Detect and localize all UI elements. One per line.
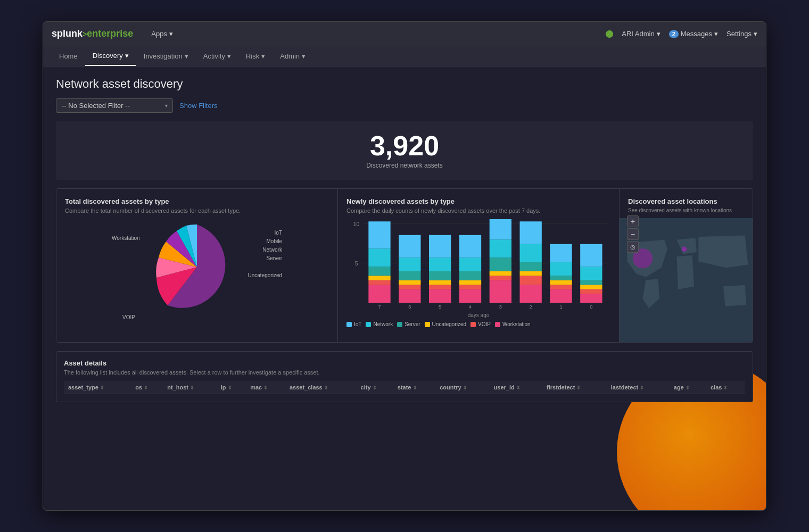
nav-risk[interactable]: Risk ▾ [238,46,273,66]
svg-rect-36 [490,257,511,271]
topbar-right: ARI Admin ▾ 2 Messages ▾ Settings ▾ [606,30,757,38]
filter-select[interactable]: -- No Selected Filter -- [56,98,173,113]
asset-details: Asset details The following list include… [56,351,753,402]
activity-chevron-icon: ▾ [227,52,231,60]
nav-admin[interactable]: Admin ▾ [273,46,313,66]
enterprise-text: enterprise [87,28,133,39]
bar-day2: 2 [520,221,542,310]
col-firstdetect[interactable]: firstdetect ⇕ [542,381,607,394]
nav-home[interactable]: Home [52,46,85,66]
asset-table: asset_type ⇕ os ⇕ nt_host ⇕ ip ⇕ mac ⇕ a… [64,381,745,394]
legend-dot-workstation [495,322,500,327]
svg-text:7: 7 [378,304,381,310]
map-panel: Discovered asset locations See discovere… [620,189,753,342]
pie-chart-wrap: Workstation IoT Mobile Network Server Un… [65,219,329,326]
show-filters-link[interactable]: Show Filters [179,102,218,110]
filter-select-wrap: -- No Selected Filter -- [56,98,173,113]
topbar: splunk>enterprise Apps ▾ ARI Admin ▾ 2 M… [43,22,766,46]
legend-dot-server [397,322,402,327]
legend-workstation: Workstation [495,321,531,327]
svg-rect-23 [429,257,451,271]
svg-rect-30 [459,257,481,271]
nav-investigation[interactable]: Investigation ▾ [136,46,196,66]
svg-text:4: 4 [469,304,472,310]
nav-activity[interactable]: Activity ▾ [196,46,238,66]
legend-server: Server [397,321,420,327]
map-dot-small [682,247,687,252]
svg-rect-55 [580,289,602,294]
bar-chart-svg: 10 5 [346,219,610,310]
svg-rect-22 [429,271,451,280]
svg-rect-28 [459,280,481,285]
pie-chart-panel: Total discovered assets by type Compare … [56,189,338,342]
col-clas[interactable]: clas ⇕ [706,381,745,394]
svg-rect-26 [459,289,481,303]
asset-details-subtitle: The following list includes all discover… [64,369,745,376]
apps-menu[interactable]: Apps ▾ [146,22,178,46]
col-asset-class[interactable]: asset_class ⇕ [285,381,357,394]
svg-rect-37 [490,239,511,257]
apps-chevron-icon: ▾ [169,30,173,38]
svg-rect-6 [368,280,390,285]
svg-rect-8 [368,267,390,276]
splunk-logo[interactable]: splunk>enterprise [52,28,133,39]
bar-chart-wrap: 10 5 [346,219,610,326]
nav-discovery[interactable]: Discovery ▾ [85,46,136,66]
col-ip[interactable]: ip ⇕ [217,381,246,394]
pie-label-iot: IoT [275,230,282,236]
svg-text:1: 1 [559,304,562,310]
svg-rect-40 [520,285,542,303]
map-title: Discovered asset locations [628,197,744,205]
col-user-id[interactable]: user_id ⇕ [490,381,543,394]
svg-rect-9 [368,248,390,267]
status-indicator [606,30,613,38]
col-city[interactable]: city ⇕ [357,381,393,394]
map-locate-button[interactable]: ◎ [627,241,639,253]
pie-label-workstation: Workstation [112,235,140,241]
svg-rect-48 [550,285,572,289]
col-nt-host[interactable]: nt_host ⇕ [163,381,216,394]
map-zoom-out-button[interactable]: − [627,228,639,240]
svg-rect-34 [490,276,511,280]
svg-text:5: 5 [439,304,441,310]
pie-label-network: Network [262,247,282,253]
svg-rect-42 [520,271,542,276]
legend-uncategorized: Uncategorized [425,321,466,327]
svg-rect-51 [550,262,572,276]
messages-menu[interactable]: 2 Messages ▾ [669,30,718,38]
legend-dot-voip [470,322,476,327]
col-age[interactable]: age ⇕ [670,381,706,394]
svg-rect-54 [580,294,602,303]
svg-rect-12 [399,289,420,303]
user-menu[interactable]: ARI Admin ▾ [622,30,660,38]
page-title: Network asset discovery [56,77,753,91]
svg-rect-41 [520,276,542,285]
window-frame: splunk>enterprise Apps ▾ ARI Admin ▾ 2 M… [43,21,766,511]
pie-chart-subtitle: Compare the total number of discovered a… [65,207,329,214]
bar-chart-subtitle: Compare the daily counts of newly discov… [346,207,610,214]
col-state[interactable]: state ⇕ [393,381,435,394]
svg-rect-44 [520,244,542,262]
bar-x-label: days ago [346,312,610,318]
pie-label-mobile: Mobile [267,238,282,244]
table-header-row: asset_type ⇕ os ⇕ nt_host ⇕ ip ⇕ mac ⇕ a… [64,381,745,394]
col-lastdetect[interactable]: lastdetect ⇕ [607,381,670,394]
settings-menu[interactable]: Settings ▾ [727,30,757,38]
col-country[interactable]: country ⇕ [435,381,489,394]
col-asset-type[interactable]: asset_type ⇕ [64,381,131,394]
bar-day3: 3 [490,219,511,310]
pie-label-voip: VOIP [122,314,135,320]
map-zoom-in-button[interactable]: + [627,215,639,227]
svg-text:0: 0 [590,304,592,310]
svg-text:6: 6 [408,304,411,310]
bar-day6: 6 [399,235,420,310]
col-mac[interactable]: mac ⇕ [246,381,285,394]
col-os[interactable]: os ⇕ [131,381,163,394]
legend-voip: VOIP [470,321,491,327]
svg-rect-57 [580,280,602,285]
svg-rect-24 [429,235,451,258]
pie-label-uncategorized: Uncategorized [248,272,282,278]
svg-rect-17 [399,235,420,258]
svg-rect-47 [550,289,572,303]
legend-dot-network [366,322,371,327]
